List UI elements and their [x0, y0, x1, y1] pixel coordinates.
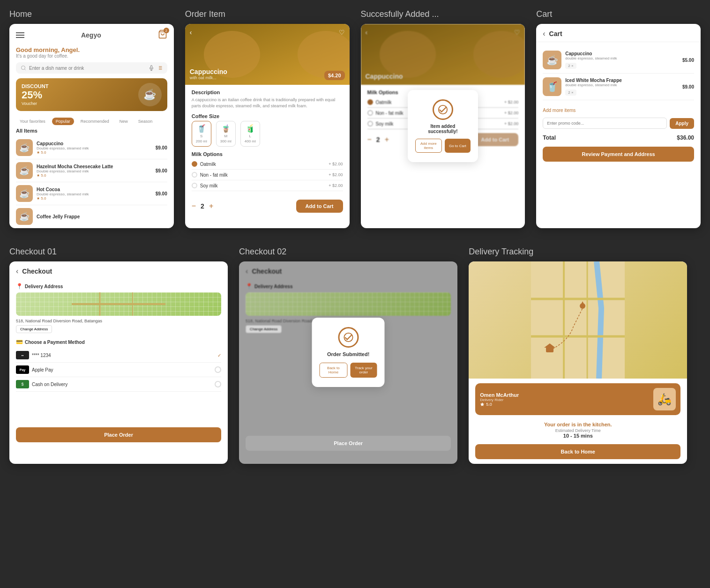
size-large[interactable]: 🧃 L 400 ml — [240, 121, 260, 147]
payment-method-title: 💳 Choose a Payment Method — [16, 339, 221, 345]
promo-text: DISCOUNT 25% Voucher — [22, 83, 48, 106]
menu-list: ☕ Cappuccino Double espresso, steamed mi… — [9, 136, 174, 228]
cash-label: Cash on Delivery — [32, 382, 67, 387]
milk-nonfat-price: + $2.00 — [329, 172, 343, 177]
payment-option-applepay[interactable]: Pay Apple Pay — [16, 363, 221, 377]
track-order-button[interactable]: Track your order — [350, 363, 377, 378]
cart-item-cappuccino: ☕ Cappuccino double espresso, steamed mi… — [543, 47, 694, 74]
greeting-sub: It's a good day for coffee. — [16, 53, 167, 59]
milk-option-nonfat[interactable]: Non - fat milk + $2.00 — [192, 170, 343, 180]
tab-recommended[interactable]: Recommended — [77, 118, 113, 125]
hazelnut-desc: Double espresso, steamed milk — [37, 169, 152, 173]
home-greeting: Good morning, Angel. It's a good day for… — [9, 45, 174, 62]
mic-icon[interactable] — [149, 65, 154, 71]
tab-season[interactable]: Season — [135, 118, 157, 125]
success-bg-image: ‹ ♡ Cappuccino — [361, 24, 525, 85]
add-to-cart-button[interactable]: Add to Cart — [296, 200, 343, 213]
cart-items-list: ☕ Cappuccino double espresso, steamed mi… — [536, 42, 701, 105]
hazelnut-price: $9.00 — [156, 168, 167, 173]
cart-back-button[interactable]: ‹ — [543, 30, 545, 38]
cart-cappuccino-name: Cappuccino — [565, 51, 679, 56]
app-logo: Aegyo — [81, 31, 101, 39]
add-more-link[interactable]: Add more items — [536, 105, 701, 116]
payment-option-card[interactable]: ▪▪ **** 1234 ✓ — [16, 348, 221, 363]
cart-icon-wrapper[interactable]: 2 — [158, 30, 167, 41]
menu-item-cappuccino[interactable]: ☕ Cappuccino Double espresso, steamed mi… — [16, 136, 167, 159]
checkout01-screen-wrapper: Checkout 01 ‹ Checkout 📍 Delivery Addres… — [9, 247, 228, 464]
milk-radio-nonfat — [192, 172, 197, 178]
cart-screen-wrapper: Cart ‹ Cart ☕ Cappuccino double espresso… — [536, 9, 701, 228]
payment-option-cash[interactable]: $ Cash on Delivery — [16, 377, 221, 392]
svg-point-1 — [22, 66, 25, 70]
driver-name: Omen McArthur — [480, 392, 519, 398]
milk-radio-soy — [192, 183, 197, 188]
cart-cappuccino-qty: 2 × — [565, 63, 576, 69]
svg-marker-24 — [480, 402, 484, 406]
go-to-cart-button[interactable]: Go to Cart — [445, 139, 471, 153]
empty-col — [698, 247, 701, 464]
checkout01-label: Checkout 01 — [9, 247, 228, 257]
location-icon: 📍 — [16, 283, 23, 290]
size-medium[interactable]: 🧋 M 300 ml — [216, 121, 236, 147]
checkout02-title: Checkout — [252, 268, 282, 275]
cappuccino-price: $9.00 — [156, 145, 167, 150]
driver-card: Omen McArthur Delivery Rider 5.0 🛵 — [475, 383, 680, 415]
cappuccino-desc: Double espresso, steamed milk — [37, 146, 152, 150]
cart-mocha-desc: double espresso, steamed milk — [565, 83, 679, 87]
size-small[interactable]: 🥤 S 200 ml — [192, 121, 211, 147]
cappuccino-img: ☕ — [16, 139, 33, 156]
cocoa-img: ☕ — [16, 185, 33, 202]
success-label: Succesfully Added ... — [361, 9, 525, 19]
cart-cappuccino-info: Cappuccino double espresso, steamed milk… — [565, 51, 679, 69]
star-icon — [480, 402, 485, 407]
menu-item-jelly[interactable]: ☕ Coffee Jelly Frappe — [16, 205, 167, 228]
total-label: Total — [543, 134, 556, 141]
filter-icon[interactable] — [157, 65, 163, 71]
cart-cappuccino-price: $5.00 — [682, 58, 694, 63]
checkout02-label: Checkout 02 — [239, 247, 457, 257]
milk-nonfat-name: Non - fat milk — [200, 172, 228, 178]
search-bar[interactable] — [16, 62, 167, 74]
tab-your-favorites[interactable]: Your favorites — [16, 118, 49, 125]
home-label: Home — [9, 9, 174, 19]
search-input[interactable] — [29, 66, 146, 71]
change-address-button[interactable]: Change Address — [16, 325, 52, 333]
tab-new[interactable]: New — [116, 118, 132, 125]
delivery-map — [469, 261, 687, 379]
delivery-screen-wrapper: Delivery Tracking — [469, 247, 687, 464]
driver-details: Omen McArthur Delivery Rider 5.0 — [480, 392, 519, 407]
milk-options-label: Milk Options — [192, 151, 343, 157]
home-header: Aegyo 2 — [9, 24, 174, 45]
menu-icon[interactable] — [16, 32, 24, 38]
menu-item-cocoa[interactable]: ☕ Hot Cocoa Double espresso, steamed mil… — [16, 182, 167, 205]
address-text: 518, National Road Diversion Road, Batan… — [16, 319, 221, 323]
back-button[interactable]: ‹ — [190, 29, 192, 36]
milk-option-oat[interactable]: Oatmilk + $2.00 — [192, 159, 343, 170]
promo-input[interactable] — [543, 118, 667, 129]
payment-icon: 💳 — [16, 339, 23, 345]
back-to-home-button[interactable]: Back to Home — [320, 363, 348, 378]
milk-option-soy[interactable]: Soy milk + $2.00 — [192, 180, 343, 191]
menu-item-hazelnut[interactable]: ☕ Hazelnut Mocha Cheesecake Latte Double… — [16, 159, 167, 182]
place-order-button[interactable]: Place Order — [16, 427, 221, 442]
back-to-home-delivery-button[interactable]: Back to Home — [475, 444, 680, 459]
tabs-row: Your favorites Popular Recommended New S… — [9, 116, 174, 128]
delivery-status: Your order is in the kitchen. Estimated … — [475, 420, 680, 440]
card-icon: ▪▪ — [16, 351, 29, 359]
all-items-title: All Items — [9, 128, 174, 136]
order-submitted-title: Order Submitted! — [320, 351, 377, 357]
apply-button[interactable]: Apply — [670, 118, 694, 129]
qty-increase[interactable]: + — [209, 202, 213, 210]
add-more-items-button[interactable]: Add more items — [415, 139, 442, 153]
checkout01-back-button[interactable]: ‹ — [16, 267, 18, 275]
tab-popular[interactable]: Popular — [52, 118, 74, 125]
promo-voucher: Voucher — [22, 101, 48, 106]
promo-row: Apply — [543, 118, 694, 129]
applepay-icon: Pay — [16, 365, 29, 374]
card-option-left: ▪▪ **** 1234 — [16, 351, 51, 359]
success-title-row: Cappuccino — [366, 73, 521, 80]
qty-decrease[interactable]: − — [192, 202, 196, 210]
success-modal: Item added successfully! Add more items … — [408, 90, 478, 162]
favorite-button[interactable]: ♡ — [339, 29, 345, 36]
review-payment-button[interactable]: Review Payment and Address — [543, 147, 694, 162]
